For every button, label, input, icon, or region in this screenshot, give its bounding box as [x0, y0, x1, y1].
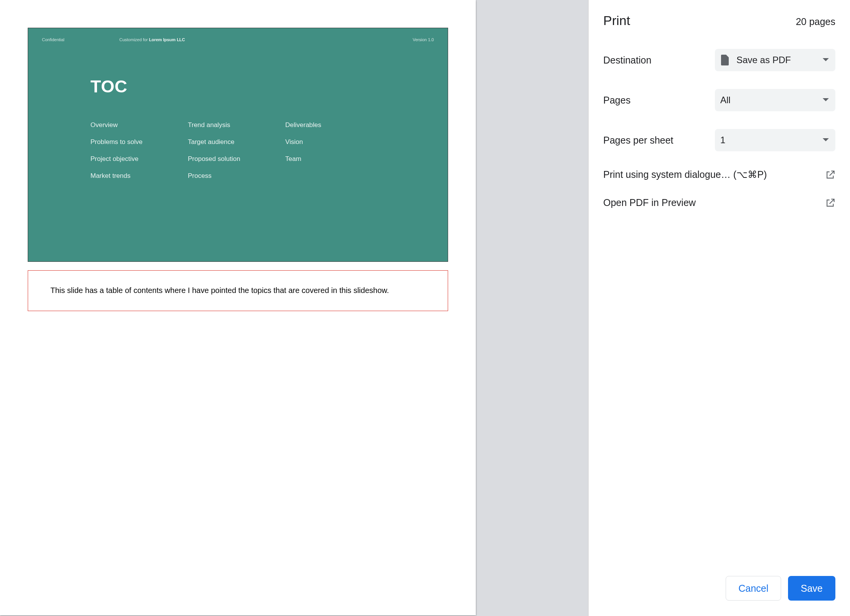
toc-item: Proposed solution: [188, 155, 285, 163]
destination-label: Destination: [603, 55, 715, 66]
open-preview-link[interactable]: Open PDF in Preview: [603, 197, 835, 208]
toc-item: Problems to solve: [90, 138, 188, 146]
toc-item: Process: [188, 172, 285, 180]
toc-item: Team: [285, 155, 383, 163]
toc-item: Target audience: [188, 138, 285, 146]
external-link-icon: [825, 198, 835, 208]
chevron-down-icon: [822, 58, 829, 62]
pps-label: Pages per sheet: [603, 135, 715, 146]
pages-value: All: [720, 95, 731, 105]
pages-dropdown[interactable]: All: [715, 89, 835, 111]
slide-header-mid: Customized for Lorem Ipsum LLC: [119, 37, 185, 42]
system-dialog-link[interactable]: Print using system dialogue… (⌥⌘P): [603, 169, 835, 180]
print-preview-area: Confidential Customized for Lorem Ipsum …: [0, 0, 588, 616]
option-row-pages-per-sheet: Pages per sheet 1: [603, 129, 835, 151]
file-icon: [720, 55, 730, 65]
toc-item: Overview: [90, 121, 188, 129]
external-link-icon: [825, 170, 835, 180]
sidebar-header: Print 20 pages: [603, 13, 835, 28]
preview-page: Confidential Customized for Lorem Ipsum …: [0, 0, 476, 615]
option-row-destination: Destination Save as PDF: [603, 49, 835, 71]
toc-item: Trend analysis: [188, 121, 285, 129]
toc-item: Deliverables: [285, 121, 383, 129]
destination-dropdown[interactable]: Save as PDF: [715, 49, 835, 71]
page-count: 20 pages: [796, 16, 835, 27]
option-row-pages: Pages All: [603, 89, 835, 111]
toc-item: Market trends: [90, 172, 188, 180]
slide-title: TOC: [90, 77, 434, 97]
slide-header: Confidential Customized for Lorem Ipsum …: [42, 37, 434, 42]
speaker-notes: This slide has a table of contents where…: [28, 270, 448, 311]
slide-header-left: Confidential: [42, 37, 64, 42]
toc-col-3: Deliverables Vision Team: [285, 121, 383, 180]
slide-header-right: Version 1.0: [413, 37, 434, 42]
print-sidebar: Print 20 pages Destination Save as PDF P…: [588, 0, 850, 616]
sidebar-footer: Cancel Save: [589, 567, 850, 616]
system-dialog-label: Print using system dialogue… (⌥⌘P): [603, 169, 767, 180]
pages-label: Pages: [603, 95, 715, 106]
toc-item: Vision: [285, 138, 383, 146]
pps-value: 1: [720, 135, 725, 146]
slide-thumbnail: Confidential Customized for Lorem Ipsum …: [28, 28, 448, 262]
open-preview-label: Open PDF in Preview: [603, 197, 696, 208]
toc-col-1: Overview Problems to solve Project objec…: [90, 121, 188, 180]
pps-dropdown[interactable]: 1: [715, 129, 835, 151]
destination-value: Save as PDF: [736, 55, 791, 65]
save-button[interactable]: Save: [788, 576, 835, 601]
cancel-button[interactable]: Cancel: [726, 576, 781, 601]
toc-item: Project objective: [90, 155, 188, 163]
chevron-down-icon: [822, 98, 829, 102]
toc-col-2: Trend analysis Target audience Proposed …: [188, 121, 285, 180]
toc-columns: Overview Problems to solve Project objec…: [90, 121, 434, 180]
sidebar-title: Print: [603, 13, 630, 28]
chevron-down-icon: [822, 138, 829, 142]
